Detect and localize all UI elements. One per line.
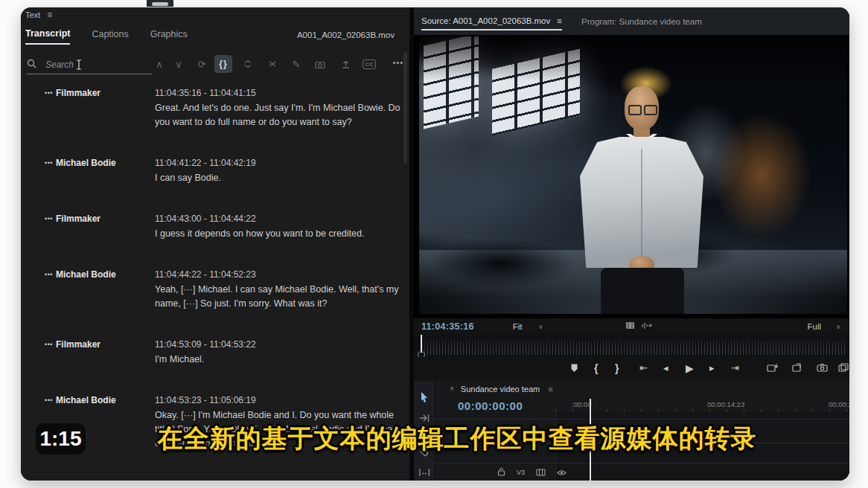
sequence-tab[interactable]: × Sundance video team ≡ (435, 381, 849, 396)
source-monitor-video[interactable] (414, 35, 849, 318)
search-field[interactable] (27, 56, 152, 74)
sequence-menu-icon[interactable]: ≡ (548, 385, 552, 394)
speaker-name[interactable]: Michael Bodie (56, 394, 155, 407)
close-icon[interactable]: × (450, 385, 454, 393)
track-lock-icon[interactable] (497, 466, 505, 479)
transcript-list[interactable]: ••• Filmmaker 11:04:35:16 - 11:04:41:15 … (21, 79, 409, 481)
tab-captions[interactable]: Captions (92, 29, 128, 44)
segment-text[interactable]: I guess it depends on how you want to be… (155, 227, 401, 241)
scene-vignette (419, 36, 847, 314)
mark-out-button[interactable]: } (615, 363, 619, 373)
transcript-row[interactable]: ••• Filmmaker 11:04:53:09 - 11:04:53:22 … (21, 338, 409, 367)
segment-text[interactable]: Yeah, [···] Michael. I can say Michael B… (155, 283, 401, 311)
drag-video-icon[interactable] (625, 321, 635, 331)
more-options-button[interactable]: ••• (392, 58, 403, 67)
text-cursor-icon (76, 60, 82, 73)
prev-match-button[interactable]: ∧ (150, 55, 168, 73)
zoom-level-select[interactable]: Fit (513, 322, 523, 331)
segment-text[interactable]: Great. And let's do one. Just say I'm. I… (155, 101, 401, 129)
step-forward-button[interactable]: ▸ (709, 363, 715, 373)
source-menu-icon[interactable]: ≡ (557, 16, 562, 25)
segment-text[interactable]: I can say Bodie. (155, 171, 401, 185)
row-menu-icon[interactable]: ••• (45, 338, 56, 348)
panel-menu-icon[interactable]: ≡ (47, 10, 52, 20)
chevron-down-icon[interactable]: ∨ (836, 324, 840, 330)
drag-audio-icon[interactable] (642, 321, 653, 331)
track-eye-icon[interactable] (557, 466, 567, 479)
source-controls: 11:04:35:16 Fit ∨ Full ∨ (414, 318, 849, 335)
timeline-ruler[interactable]: :00:00 00:00:14:23 00:00:29:2 (555, 400, 849, 412)
segment-timecode: 11:05:07:08 - 11:05:08:13 (155, 478, 401, 481)
overwrite-button[interactable] (792, 363, 804, 374)
source-playhead[interactable] (421, 335, 422, 353)
export-transcript-button[interactable] (336, 55, 354, 73)
multi-view-button[interactable] (838, 363, 849, 374)
speaker-name[interactable]: Filmmaker (56, 212, 155, 225)
selection-tool[interactable] (414, 388, 435, 406)
playback-resolution-select[interactable]: Full (807, 322, 821, 331)
speaker-name[interactable]: Michael Bodie (56, 156, 155, 170)
play-button[interactable]: ▶ (686, 363, 694, 373)
video-timestamp-badge: 1:15 (36, 423, 86, 455)
transcript-toolbar: ∧ ∨ ⟳ {} ✎ CC •• (21, 51, 409, 79)
mark-in-button[interactable]: { (594, 363, 598, 373)
transcript-row[interactable]: ••• Filmmaker 11:05:07:08 - 11:05:08:13 (21, 478, 409, 481)
track-source-icon[interactable] (536, 466, 546, 479)
text-panel-tabs: Transcript Captions Graphics A001_A002_0… (25, 24, 409, 49)
transcript-row[interactable]: ••• Michael Bodie 11:04:44:22 - 11:04:52… (21, 268, 409, 311)
segment-timecode: 11:04:53:23 - 11:05:06:19 (155, 394, 401, 407)
row-menu-icon[interactable]: ••• (45, 156, 56, 167)
row-menu-icon[interactable]: ••• (45, 394, 56, 404)
tab-source[interactable]: Source: A001_A002_02063B.mov ≡ (421, 16, 562, 30)
segment-timecode: 11:04:43:00 - 11:04:44:22 (155, 212, 401, 225)
show-pauses-button[interactable]: {} (214, 55, 232, 73)
step-back-button[interactable]: ◂ (663, 363, 668, 373)
audio-waveform (424, 350, 846, 355)
track-v3-label[interactable]: V3 (517, 469, 525, 476)
tab-graphics[interactable]: Graphics (150, 29, 188, 44)
goto-in-button[interactable]: ⇤ (639, 363, 648, 373)
export-frame-button[interactable] (817, 363, 828, 374)
speaker-name[interactable]: Filmmaker (56, 338, 155, 351)
create-captions-button[interactable] (311, 55, 329, 73)
segment-timecode: 11:04:53:09 - 11:04:53:22 (155, 338, 401, 351)
row-menu-icon[interactable]: ••• (45, 86, 56, 97)
transcript-row[interactable]: ••• Filmmaker 11:04:35:16 - 11:04:41:15 … (21, 86, 409, 129)
segment-timecode: 11:04:41:22 - 11:04:42:19 (155, 156, 401, 170)
tab-program[interactable]: Program: Sundance video team (581, 17, 702, 26)
row-menu-icon[interactable]: ••• (45, 478, 56, 481)
sequence-name: Sundance video team (461, 385, 540, 394)
expand-segments-button[interactable] (239, 55, 257, 73)
chevron-down-icon[interactable]: ∨ (539, 324, 543, 330)
panel-title: Text (25, 10, 40, 19)
ruler-tick: 00:00:29:2 (829, 400, 849, 408)
search-icon (27, 58, 36, 71)
add-marker-button[interactable] (570, 363, 578, 375)
speaker-name[interactable]: Michael Bodie (56, 268, 155, 281)
row-menu-icon[interactable]: ••• (45, 212, 56, 222)
transcript-row[interactable]: ••• Michael Bodie 11:04:41:22 - 11:04:42… (21, 156, 409, 185)
edit-transcript-button[interactable]: ✎ (287, 55, 305, 73)
ruler-tick: 00:00:14:23 (707, 400, 744, 408)
source-timeline-strip[interactable] (414, 335, 849, 357)
captions-cc-button[interactable]: CC (360, 55, 378, 73)
collapse-segments-button[interactable] (264, 55, 281, 73)
refresh-transcript-button[interactable]: ⟳ (193, 55, 211, 73)
search-input[interactable] (44, 59, 129, 71)
transcript-row[interactable]: ••• Filmmaker 11:04:43:00 - 11:04:44:22 … (21, 212, 409, 241)
goto-out-button[interactable]: ⇥ (731, 363, 739, 373)
row-menu-icon[interactable]: ••• (45, 268, 56, 278)
segment-text[interactable]: I'm Michael. (155, 353, 401, 367)
speaker-name[interactable]: Filmmaker (56, 478, 155, 481)
premiere-window: Text ≡ Transcript Captions Graphics A001… (21, 7, 849, 481)
insert-button[interactable] (767, 363, 779, 374)
tab-transcript[interactable]: Transcript (25, 28, 70, 45)
speaker-name[interactable]: Filmmaker (56, 86, 155, 100)
slip-tool[interactable]: |↔| (414, 463, 435, 481)
text-panel: Text ≡ Transcript Captions Graphics A001… (21, 7, 409, 481)
transcript-scrollbar[interactable] (403, 52, 407, 164)
next-match-button[interactable]: ∨ (170, 55, 188, 73)
track-header: V3 (497, 466, 567, 479)
segment-timecode: 11:04:35:16 - 11:04:41:15 (155, 86, 401, 100)
playhead-grip[interactable] (418, 351, 425, 357)
